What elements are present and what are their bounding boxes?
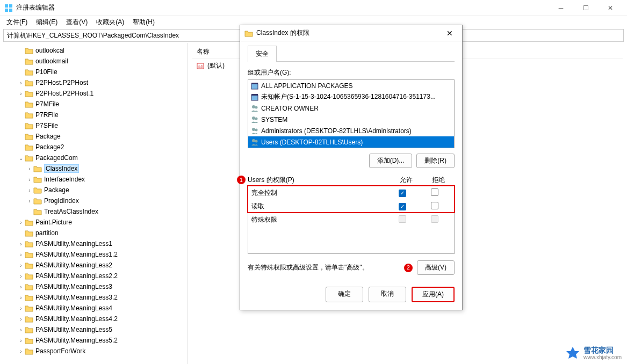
tree-item[interactable]: ›PASMUtility.MeaningLess2.2 (0, 271, 188, 281)
tree-toggle-icon[interactable]: › (17, 252, 25, 258)
permission-name: 完全控制 (251, 188, 386, 198)
tree-item[interactable]: P7MFile (0, 99, 188, 110)
tree-item[interactable]: ›PASMUtility.MeaningLess3.2 (0, 292, 188, 303)
tree-item[interactable]: ›PassportForWork (0, 346, 188, 356)
tree-toggle-icon[interactable]: › (17, 316, 25, 322)
menu-file[interactable]: 文件(F) (2, 17, 32, 28)
tree-item[interactable]: ›P2PHost.P2PHost.1 (0, 88, 188, 99)
principal-row[interactable]: Administrators (DESKTOP-82TLHLS\Administ… (248, 125, 454, 136)
tree-item-label: ClassIndex (44, 164, 79, 173)
tree-item-label: PASMUtility.MeaningLess3.2 (35, 294, 118, 301)
principal-row[interactable]: SYSTEM (248, 114, 454, 125)
svg-rect-1 (9, 4, 12, 8)
menu-favorites[interactable]: 收藏夹(A) (92, 17, 128, 28)
tree-toggle-icon[interactable]: › (26, 177, 33, 183)
tree-item[interactable]: ⌄PackagedCom (0, 152, 188, 163)
tree-item-label: PASMUtility.MeaningLess4 (35, 304, 112, 312)
principal-list[interactable]: ALL APPLICATION PACKAGES未知帐户(S-1-15-3-10… (248, 79, 455, 148)
tree-item[interactable]: partition (0, 228, 188, 238)
deny-checkbox[interactable] (431, 188, 438, 196)
tree-item[interactable]: P7RFile (0, 110, 188, 120)
tree-item[interactable]: ›Paint.Picture (0, 217, 188, 228)
tree-item-label: P2PHost.P2PHost.1 (35, 90, 93, 97)
svg-point-16 (252, 139, 255, 142)
tab-security[interactable]: 安全 (248, 46, 277, 62)
tree-item[interactable]: ›P2PHost.P2PHost (0, 77, 188, 88)
close-button[interactable]: ✕ (598, 0, 623, 16)
tree-item[interactable]: ›ClassIndex (0, 163, 188, 174)
tree-item-label: PASMUtility.MeaningLess1.2 (35, 251, 118, 258)
tree-toggle-icon[interactable]: › (17, 348, 25, 354)
allow-checkbox[interactable]: ✓ (399, 203, 406, 210)
advanced-button[interactable]: 高级(V) (417, 260, 455, 275)
address-text: 计算机\HKEY_CLASSES_ROOT\PackagedCom\ClassI… (7, 31, 179, 40)
folder-icon (244, 30, 253, 37)
dialog-titlebar[interactable]: ClassIndex 的权限 ✕ (240, 25, 462, 41)
column-allow: 允许 (390, 176, 422, 185)
tree-item[interactable]: ›PASMUtility.MeaningLess5 (0, 324, 188, 335)
tree-item[interactable]: ›PASMUtility.MeaningLess3 (0, 281, 188, 292)
users-icon (250, 115, 259, 124)
add-button[interactable]: 添加(D)... (369, 154, 413, 168)
tree-toggle-icon[interactable]: › (17, 284, 25, 290)
permission-name: 读取 (251, 202, 386, 211)
tree-item[interactable]: ›PASMUtility.MeaningLess4.2 (0, 314, 188, 324)
maximize-button[interactable]: ☐ (573, 0, 598, 16)
allow-checkbox[interactable]: ✓ (399, 190, 406, 197)
tree-item[interactable]: P7SFile (0, 120, 188, 131)
tree-item[interactable]: ›Package (0, 185, 188, 195)
tree-toggle-icon[interactable]: › (17, 273, 25, 279)
tree-item-label: P10File (35, 68, 57, 76)
tree-item[interactable]: Package (0, 131, 188, 142)
tree-item-label: PASMUtility.MeaningLess3 (35, 283, 112, 290)
principal-row[interactable]: Users (DESKTOP-82TLHLS\Users) (248, 136, 454, 148)
tree-toggle-icon[interactable]: › (26, 198, 33, 204)
tree-pane[interactable]: outlookcaloutlookmailP10File›P2PHost.P2P… (0, 43, 188, 364)
tree-item[interactable]: ›PASMUtility.MeaningLess2 (0, 260, 188, 271)
tree-item[interactable]: ›PASMUtility.MeaningLess5.2 (0, 335, 188, 346)
cancel-button[interactable]: 取消 (369, 287, 406, 302)
tree-toggle-icon[interactable]: › (17, 241, 25, 247)
tree-toggle-icon[interactable]: › (17, 220, 25, 225)
tree-toggle-icon[interactable]: › (17, 263, 25, 268)
ok-button[interactable]: 确定 (326, 287, 363, 302)
tree-item[interactable]: Package2 (0, 142, 188, 152)
tree-item[interactable]: outlookmail (0, 56, 188, 67)
remove-button[interactable]: 删除(R) (416, 154, 455, 168)
tree-item-label: P7SFile (35, 122, 58, 129)
tree-item[interactable]: ›InterfaceIndex (0, 174, 188, 185)
tree-toggle-icon[interactable]: › (26, 187, 33, 193)
svg-point-11 (255, 106, 258, 108)
tree-item[interactable]: ›ProgIdIndex (0, 195, 188, 206)
tree-item-label: Package (44, 186, 69, 194)
tree-toggle-icon[interactable]: › (17, 305, 25, 311)
svg-rect-6 (251, 84, 258, 89)
principal-row[interactable]: ALL APPLICATION PACKAGES (248, 80, 454, 91)
principal-row[interactable]: 未知帐户(S-1-15-3-1024-1065365936-1281604716… (248, 91, 454, 103)
principal-row[interactable]: CREATOR OWNER (248, 103, 454, 114)
tree-item[interactable]: outlookcal (0, 45, 188, 56)
apply-button[interactable]: 应用(A) (412, 287, 455, 302)
tree-toggle-icon[interactable]: ⌄ (17, 155, 25, 161)
tree-item[interactable]: ›PASMUtility.MeaningLess1.2 (0, 249, 188, 260)
tree-item[interactable]: ›PASMUtility.MeaningLess1 (0, 238, 188, 249)
tree-item[interactable]: P10File (0, 67, 188, 77)
tree-item[interactable]: ›PASMUtility.MeaningLess4 (0, 303, 188, 314)
tree-item-label: Paint.Picture (35, 219, 72, 226)
minimize-button[interactable]: ─ (549, 0, 573, 16)
tree-toggle-icon[interactable]: › (26, 166, 33, 172)
principal-name: Administrators (DESKTOP-82TLHLS\Administ… (261, 127, 412, 135)
tree-item[interactable]: TreatAsClassIndex (0, 206, 188, 217)
menu-view[interactable]: 查看(V) (62, 17, 92, 28)
dialog-close-button[interactable]: ✕ (442, 25, 458, 41)
menu-edit[interactable]: 编辑(E) (32, 17, 62, 28)
tree-toggle-icon[interactable]: › (17, 327, 25, 333)
tree-toggle-icon[interactable]: › (17, 91, 25, 97)
menu-help[interactable]: 帮助(H) (128, 17, 159, 28)
deny-checkbox[interactable] (431, 202, 438, 209)
tree-toggle-icon[interactable]: › (17, 295, 25, 301)
tree-toggle-icon[interactable]: › (17, 338, 25, 344)
annotation-badge-1: 1 (237, 176, 246, 184)
tree-toggle-icon[interactable]: › (17, 80, 25, 86)
group-or-users-label: 组或用户名(G): (248, 68, 455, 77)
